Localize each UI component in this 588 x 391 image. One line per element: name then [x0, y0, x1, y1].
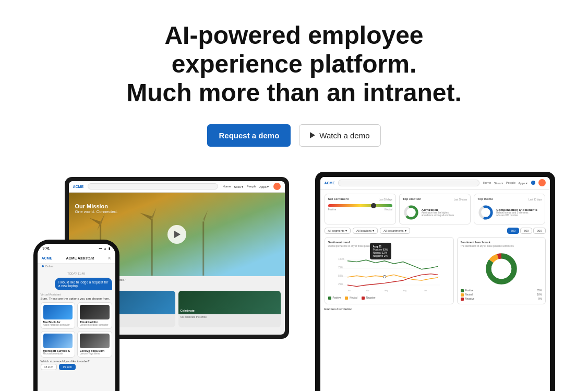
watch-demo-label: Watch a demo — [319, 131, 369, 140]
option3-name: Microsoft Surface S — [43, 349, 73, 352]
chart2-title: Sentiment benchmark — [461, 241, 542, 244]
yoga-img — [80, 334, 110, 348]
filter-locations-label: All locations — [356, 229, 371, 232]
filter-segments-label: All segments — [328, 229, 345, 232]
tm-search[interactable] — [338, 180, 479, 186]
bench-donut-svg — [483, 251, 520, 287]
option-yoga[interactable]: Lenovo Yoga Slim Lenovo Yoga series — [77, 331, 112, 358]
tablet-back-topbar: ACME HomeSites ▾PeopleApps ▾ — [69, 181, 285, 193]
filter-locations[interactable]: All locations ▾ — [353, 228, 378, 234]
filter-chevron-icon: ▾ — [345, 229, 347, 232]
size-13-button[interactable]: 13 inch — [41, 364, 57, 370]
option1-desc: Apple notebook computer — [43, 324, 73, 326]
emotion-text: Admiration Admiration has the highest ab… — [422, 208, 458, 217]
svg-rect-4 — [151, 219, 152, 275]
option-thinkpad[interactable]: ThinkPad Pro Lenovo notebook computer — [77, 302, 112, 329]
bench-legend-negative: Negative 5% — [461, 298, 542, 301]
tm-nav: HomeSites ▾PeopleApps ▾ — [483, 181, 527, 185]
svg-text:Aug: Aug — [403, 290, 406, 292]
option4-desc: Lenovo Yoga series — [80, 352, 110, 355]
online-indicator: Online — [38, 264, 115, 269]
size-buttons: 13 inch 15 inch — [41, 364, 112, 370]
metric2-badge: Last 30 days — [454, 198, 467, 201]
theme-desc: Related areas: and 2 elements who are 87… — [496, 211, 533, 217]
option-macbook[interactable]: MacBook Air Apple notebook computer — [41, 302, 76, 329]
tm-charts-row: Sentiment trend Overall prevalence of an… — [325, 237, 546, 304]
bench-neutral-dot — [461, 293, 464, 297]
tooltip-negative: 2% — [384, 254, 388, 257]
bench-negative-label: Negative — [465, 298, 475, 300]
sentiment-thumb — [371, 203, 376, 208]
celebrate-label: Celebrate — [181, 309, 195, 312]
svg-rect-7 — [202, 221, 204, 276]
bot-label: Virtual Assistant — [41, 293, 112, 296]
phone-chat-title: ACME Assistant — [66, 256, 94, 260]
metric-top-theme: Top theme Last 30 days Compensation and … — [474, 194, 545, 224]
online-text: Online — [45, 265, 54, 268]
play-circle[interactable] — [167, 225, 186, 244]
svg-text:May: May — [385, 290, 388, 292]
legend-negative: Negative — [362, 297, 376, 300]
request-demo-button[interactable]: Request a demo — [207, 124, 291, 147]
user-chat-bubble: I would like to lodge a request for a ne… — [55, 278, 112, 290]
phone-close-icon[interactable]: × — [108, 255, 111, 261]
sentiment-trend-chart: Sentiment trend Overall prevalence of an… — [325, 237, 454, 304]
bench-legend-positive: Positive 85% — [461, 289, 542, 292]
svg-marker-6 — [140, 212, 152, 220]
tablet-back-logo: ACME — [73, 185, 84, 188]
bot-message: Sure. These are the options you can choo… — [41, 297, 112, 300]
filter-segments[interactable]: All segments ▾ — [325, 228, 351, 234]
tm-plus-btn[interactable]: + — [531, 181, 535, 185]
filter-600[interactable]: 600 — [520, 228, 532, 234]
tm-filters: All segments ▾ All locations ▾ All depar… — [325, 228, 546, 234]
metric2-label: Top emotion — [403, 197, 422, 200]
sentiment-bar — [328, 204, 392, 207]
chart-tooltip: Aug 31 Positive 83% Neutral 12% Negative… — [370, 243, 391, 259]
svg-text:Oct: Oct — [424, 290, 427, 292]
emotion-donut-svg — [403, 204, 419, 221]
theme-value: Compensation and benefits — [496, 208, 537, 211]
filter-chevron-icon2: ▾ — [373, 229, 374, 232]
bench-neutral-pct: 10% — [537, 293, 542, 296]
filter-300[interactable]: 300 — [507, 228, 519, 234]
thinkpad-img — [80, 305, 110, 319]
legend-neutral-label: Neutral — [350, 297, 357, 299]
filter-departments[interactable]: All departments ▾ — [380, 228, 410, 234]
size-15-button[interactable]: 15 inch — [59, 364, 76, 370]
svg-text:100%: 100% — [338, 258, 344, 260]
filter-chevron-icon3: ▾ — [405, 229, 406, 232]
surface-img — [43, 334, 73, 348]
metric3-badge: Last 30 days — [529, 198, 542, 201]
theme-donut-row: Compensation and benefits Related areas:… — [477, 204, 542, 221]
macbook-img — [43, 305, 73, 319]
trend-legend: Positive Neutral Negative — [328, 297, 450, 300]
mission-text: Our Mission — [75, 203, 118, 209]
subtitle-text: One world. Connected. — [75, 209, 118, 214]
svg-point-21 — [383, 275, 386, 278]
online-dot — [42, 265, 44, 267]
chart2-subtitle: The distribution of any of these possibl… — [461, 245, 542, 247]
emotion-donut-row: Admiration Admiration has the highest ab… — [403, 204, 467, 221]
legend-neutral-dot — [345, 297, 348, 300]
svg-text:75%: 75% — [338, 266, 343, 269]
filter-900[interactable]: 900 — [533, 228, 545, 234]
bench-neutral-label: Neutral — [465, 293, 473, 296]
metric1-badge: Last 30 days — [379, 198, 392, 201]
card2-desc: Six celebrate the office — [178, 314, 281, 319]
legend-positive: Positive — [328, 297, 341, 300]
svg-text:Jan: Jan — [347, 290, 351, 292]
phone-status-right: ▪▪▪ ▲ ▮ — [99, 246, 110, 250]
tablet-main-screen: ACME HomeSites ▾PeopleApps ▾ + Net senti… — [320, 177, 550, 391]
option-surface[interactable]: Microsoft Surface S Microsoft notebook — [41, 331, 76, 358]
tablet-back-search[interactable] — [88, 183, 218, 189]
positive-label: Positive — [328, 208, 337, 211]
chat-date: TODAY 11:48 — [41, 272, 112, 275]
watch-demo-button[interactable]: Watch a demo — [299, 124, 380, 147]
card-celebrate: Celebrate Six celebrate the office — [178, 291, 281, 327]
cta-row: Request a demo Watch a demo — [207, 124, 380, 147]
bench-negative-pct: 5% — [538, 298, 542, 300]
svg-text:50%: 50% — [338, 275, 343, 277]
legend-neutral: Neutral — [345, 297, 357, 300]
svg-marker-8 — [203, 210, 207, 221]
hero-title: AI-powered employee experience platform.… — [96, 21, 493, 108]
